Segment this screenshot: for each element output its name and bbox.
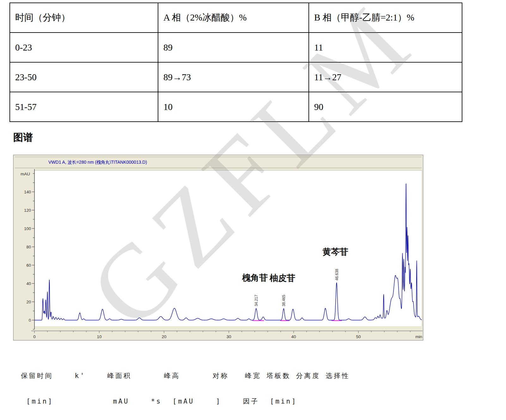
svg-text:mAU: mAU — [21, 172, 30, 176]
gradient-header-phase-a: A 相（2%冰醋酸）% — [158, 3, 309, 33]
svg-text:柚皮苷: 柚皮苷 — [269, 273, 295, 283]
gradient-table-row: 0-23 89 11 — [10, 33, 462, 62]
gradient-header-time: 时间（分钟） — [10, 3, 158, 33]
svg-text:10: 10 — [97, 334, 101, 339]
svg-text:20: 20 — [27, 300, 31, 304]
svg-text:槐角苷: 槐角苷 — [242, 273, 268, 283]
chromatogram-panel: VWD1 A, 波长=280 nm (槐角丸\TITANK000013.D) 0… — [13, 155, 423, 340]
svg-text:38.465: 38.465 — [282, 295, 286, 307]
section-label: 图谱 — [13, 131, 33, 144]
gradient-cell: 90 — [309, 92, 462, 122]
svg-text:60: 60 — [27, 263, 31, 268]
chromatogram-plot: 020406080100120140mAU01020304050min34.21… — [14, 155, 423, 340]
gradient-cell: 89 — [158, 33, 309, 62]
svg-text:140: 140 — [24, 190, 31, 194]
gradient-table: 时间（分钟） A 相（2%冰醋酸）% B 相（甲醇-乙腈=2:1）% 0-23 … — [9, 3, 462, 122]
gradient-cell: 89→73 — [158, 62, 309, 92]
gradient-table-header-row: 时间（分钟） A 相（2%冰醋酸）% B 相（甲醇-乙腈=2:1）% — [10, 3, 462, 33]
svg-text:0: 0 — [29, 318, 31, 323]
peak-results-table: 保留时间 k' 峰面积 峰高 对称 峰宽 塔板数 分离度 选择性 [min] m… — [21, 355, 449, 420]
gradient-table-row: 51-57 10 90 — [10, 92, 462, 122]
svg-text:80: 80 — [27, 245, 31, 249]
gradient-cell: 51-57 — [10, 92, 158, 122]
gradient-header-phase-b: B 相（甲醇-乙腈=2:1）% — [309, 3, 462, 33]
svg-text:50: 50 — [356, 334, 361, 339]
gradient-cell: 11→27 — [309, 62, 462, 92]
svg-text:40: 40 — [291, 334, 296, 339]
gradient-cell: 10 — [158, 92, 309, 122]
gradient-table-row: 23-50 89→73 11→27 — [10, 62, 462, 92]
svg-text:20: 20 — [162, 334, 166, 339]
svg-text:黄芩苷: 黄芩苷 — [322, 247, 348, 257]
document-page: GZFLM 时间（分钟） A 相（2%冰醋酸）% B 相（甲醇-乙腈=2:1）%… — [0, 0, 506, 420]
svg-text:100: 100 — [24, 226, 31, 231]
svg-text:120: 120 — [24, 208, 31, 213]
svg-text:0: 0 — [33, 334, 36, 339]
peak-table-line: 保留时间 k' 峰面积 峰高 对称 峰宽 塔板数 分离度 选择性 — [21, 372, 449, 380]
svg-text:40: 40 — [27, 281, 31, 286]
peak-table-line: [min] mAU *s [mAU ] 因子 [min] — [21, 397, 449, 406]
svg-text:34.217: 34.217 — [254, 295, 259, 306]
gradient-cell: 0-23 — [10, 33, 158, 62]
gradient-cell: 11 — [309, 33, 462, 62]
svg-text:min: min — [415, 334, 422, 339]
svg-text:30: 30 — [226, 334, 231, 339]
svg-text:46.638: 46.638 — [335, 269, 339, 280]
gradient-cell: 23-50 — [10, 62, 158, 92]
